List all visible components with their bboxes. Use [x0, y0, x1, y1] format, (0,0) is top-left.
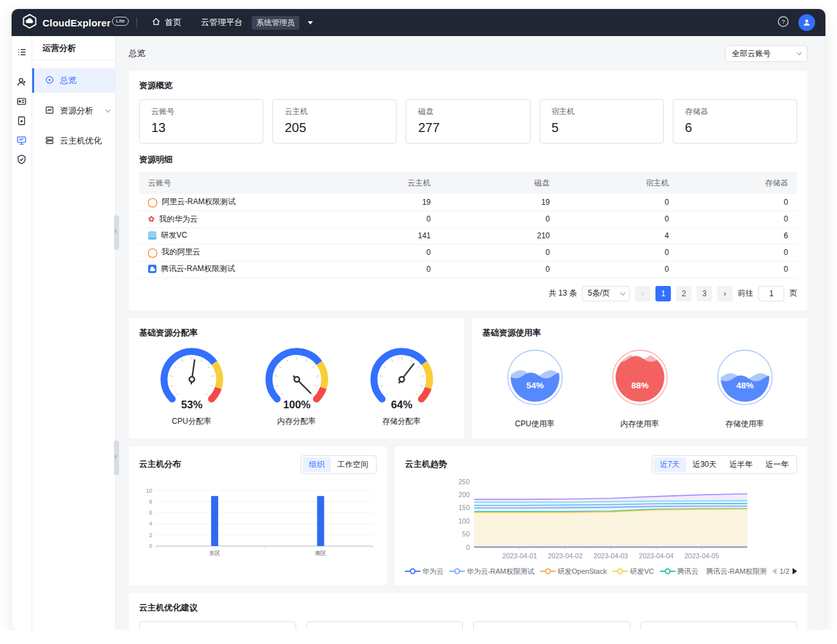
stat-cloud-hosts: 云主机 205 [272, 99, 397, 144]
tab-one-year[interactable]: 近一年 [759, 457, 795, 472]
next-page-button[interactable]: › [717, 286, 733, 301]
help-icon[interactable]: ? [777, 15, 789, 30]
page-title: 总览 [129, 48, 146, 59]
document-module-icon[interactable] [14, 111, 30, 130]
sidebar-item-vm-optimization[interactable]: 云主机优化 [32, 129, 115, 153]
user-avatar[interactable] [798, 14, 815, 31]
chevron-down-icon [308, 21, 313, 24]
distribution-toggle: 组织 工作空间 [301, 455, 377, 474]
vm-optimization-icon [45, 136, 54, 147]
legend-item[interactable]: 腾讯云-RAM权限测试 [704, 567, 766, 576]
home-icon [151, 17, 161, 28]
users-module-icon[interactable] [14, 72, 30, 91]
hexagon-cloud-logo-icon [22, 14, 37, 32]
main-content: 总览 全部云账号 资源概览 云账号 13 云主机 205 [116, 36, 825, 630]
svg-text:2023-04-04: 2023-04-04 [639, 552, 673, 560]
table-row: 我的阿里云 0 0 0 0 [139, 244, 797, 261]
brand-name: CloudExplorer [42, 17, 113, 28]
chevron-down-icon [796, 50, 802, 55]
chevron-down-icon [105, 107, 110, 112]
tab-30-days[interactable]: 近30天 [686, 457, 723, 472]
svg-text:2023-04-02: 2023-04-02 [548, 552, 583, 560]
svg-text:0: 0 [466, 543, 470, 551]
svg-text:2023-04-01: 2023-04-01 [502, 552, 537, 560]
svg-text:100: 100 [458, 516, 470, 524]
legend-item[interactable]: 华为云-RAM权限测试 [449, 567, 534, 576]
prev-page-button[interactable]: ‹ [635, 286, 650, 301]
resources-module-icon[interactable] [14, 91, 30, 111]
section-title-allocation: 基础资源分配率 [139, 327, 454, 339]
goto-label: 前往 [738, 288, 753, 299]
legend-prev-icon[interactable] [772, 568, 776, 574]
sidebar: 运营分析 总览 资源分析 [32, 36, 116, 630]
svg-text:250: 250 [458, 477, 470, 485]
cloud-account-select[interactable]: 全部云账号 [725, 45, 807, 62]
page-button-3[interactable]: 3 [697, 286, 712, 301]
toggle-workspace[interactable]: 工作空间 [331, 457, 375, 472]
legend-item[interactable]: 华为云 [405, 567, 444, 576]
stat-disks: 磁盘 277 [406, 99, 530, 144]
gauge-storage: 64% 存储分配率 [351, 343, 453, 427]
toggle-organization[interactable]: 组织 [303, 457, 331, 472]
resource-overview-card: 资源概览 云账号 13 云主机 205 磁盘 277 宿主机 [129, 71, 807, 310]
table-row: 阿里云-RAM权限测试 19 19 0 0 [139, 194, 797, 211]
suggestion-stats: 建议降配 167台 建议升配 0台 建议变更付费方式 22台 建议回收 0台 [139, 621, 797, 630]
sidebar-title: 运营分析 [32, 36, 115, 61]
legend-item[interactable]: 研发VC [612, 567, 654, 576]
vm-distribution-card: 云主机分布 组织 工作空间 0246810东区南区 [129, 446, 387, 585]
tab-half-year[interactable]: 近半年 [723, 457, 759, 472]
gauge-cpu: 53% CPU分配率 [141, 343, 243, 427]
page-size-select[interactable]: 5条/页 [582, 286, 630, 301]
legend-next-icon[interactable] [793, 568, 797, 574]
panel-resize-handle[interactable] [114, 440, 119, 475]
lite-badge: Lite [112, 17, 129, 26]
huawei-cloud-icon: ✿ [148, 215, 155, 223]
usage-liquids: 54% CPU使用率 88% 内存使用率 48% 存储使用率 [482, 343, 797, 430]
collapse-menu-icon[interactable] [14, 43, 30, 62]
stat-storages: 存储器 6 [673, 99, 797, 144]
svg-text:?: ? [782, 18, 785, 25]
stat-cloud-accounts: 云账号 13 [139, 99, 263, 144]
nav-home[interactable]: 首页 [151, 17, 182, 28]
icon-rail [12, 36, 32, 630]
page-goto-input[interactable] [758, 286, 784, 301]
table-row: ✿我的华为云 0 0 0 0 [139, 211, 797, 227]
navbar-divider [136, 17, 137, 28]
svg-text:0: 0 [149, 543, 153, 549]
overview-icon [45, 75, 54, 86]
svg-text:2023-04-05: 2023-04-05 [684, 552, 719, 560]
resource-analysis-icon [45, 106, 54, 117]
stat-recycle: 建议回收 0台 [641, 621, 798, 630]
tab-7-days[interactable]: 近7天 [654, 457, 686, 472]
operations-analysis-module-icon[interactable] [14, 130, 30, 149]
table-row: 腾讯云-RAM权限测试 0 0 0 0 [139, 261, 797, 278]
svg-text:100%: 100% [283, 399, 310, 411]
stat-downgrade: 建议降配 167台 [139, 621, 296, 630]
sidebar-item-overview[interactable]: 总览 [32, 68, 115, 93]
nav-platform-menu[interactable]: 云管理平台 系统管理员 [201, 16, 313, 30]
svg-text:50: 50 [462, 530, 470, 538]
brand-logo[interactable]: CloudExplorer Lite [22, 14, 118, 32]
vm-optimization-card: 云主机优化建议 建议降配 167台 建议升配 0台 建议变更付费方式 22台 [129, 593, 807, 630]
pagination-total: 共 13 条 [549, 288, 577, 299]
overview-stats: 云账号 13 云主机 205 磁盘 277 宿主机 5 [139, 99, 797, 144]
svg-text:48%: 48% [736, 381, 753, 390]
page-button-1[interactable]: 1 [655, 286, 671, 301]
panel-resize-handle[interactable] [114, 215, 119, 250]
pagination: 共 13 条 5条/页 ‹ 1 2 3 › 前往 页 [139, 286, 797, 301]
sidebar-item-resource-analysis[interactable]: 资源分析 [32, 99, 115, 123]
legend-item[interactable]: 腾讯云 [660, 567, 699, 576]
stat-upgrade: 建议升配 0台 [306, 621, 464, 630]
svg-text:南区: 南区 [315, 550, 326, 556]
liquid-storage: 48% 存储使用率 [710, 343, 780, 430]
security-compliance-module-icon[interactable] [14, 149, 30, 169]
svg-text:6: 6 [149, 509, 153, 516]
alibaba-cloud-icon [148, 198, 157, 206]
page-button-2[interactable]: 2 [676, 286, 691, 301]
section-title-distribution: 云主机分布 [139, 459, 181, 470]
svg-text:8: 8 [149, 498, 153, 504]
table-header-row: 云账号 云主机 磁盘 宿主机 存储器 [139, 172, 797, 194]
usage-rate-card: 基础资源使用率 54% CPU使用率 88% 内存使用率 48% 存储使用率 [472, 318, 807, 439]
section-title-usage: 基础资源使用率 [482, 327, 797, 339]
legend-item[interactable]: 研发OpenStack [540, 567, 607, 576]
